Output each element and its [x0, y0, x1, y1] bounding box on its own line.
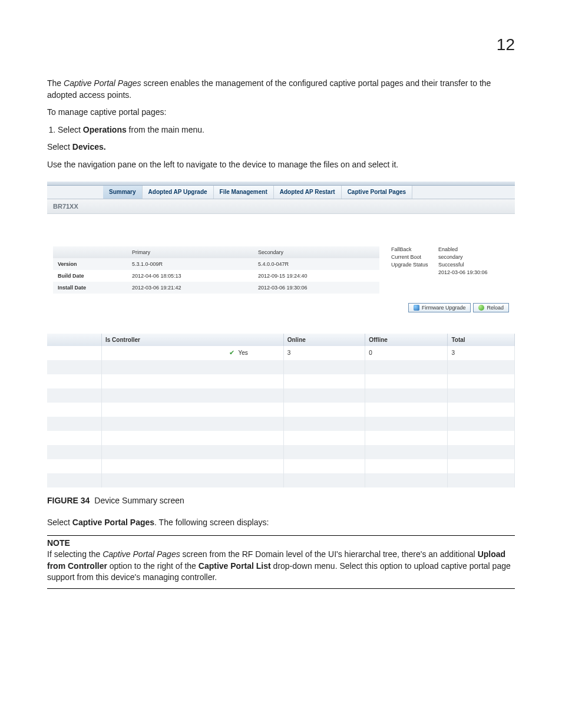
table-row: ✔ Yes 3 0 3 — [47, 346, 515, 360]
check-icon: ✔ — [229, 349, 234, 357]
captive-portal-pages-term: Captive Portal Pages — [103, 549, 180, 559]
table-row — [47, 360, 515, 374]
window-titlebar — [47, 182, 515, 186]
table-row — [47, 403, 515, 417]
upgrade-icon — [414, 305, 419, 311]
tab-adopted-ap-restart[interactable]: Adopted AP Restart — [274, 186, 342, 199]
text: from the main menu. — [127, 125, 204, 134]
table-row — [47, 473, 515, 487]
summary-mid-section: Primary Secondary Version 5.3.1.0-009R 5… — [47, 214, 515, 299]
devices-term: Devices. — [72, 142, 106, 151]
status-value: Enabled — [438, 246, 458, 252]
firmware-upgrade-button[interactable]: Firmware Upgrade — [408, 303, 471, 312]
secondary-build-date: 2012-09-15 19:24:40 — [253, 270, 379, 282]
table-row — [47, 445, 515, 459]
row-label-build-date: Build Date — [53, 270, 127, 282]
status-label: FallBack — [391, 246, 438, 252]
grid-cell-online: 3 — [283, 346, 365, 360]
text: Select — [58, 125, 83, 134]
status-row-upgrade-status: Upgrade Status Successful — [391, 262, 509, 268]
version-table-corner — [53, 246, 127, 258]
intro-paragraph-2: To manage captive portal pages: — [47, 107, 515, 118]
page-number: 12 — [47, 35, 515, 54]
tab-summary[interactable]: Summary — [103, 186, 143, 199]
text: Select — [47, 518, 72, 527]
controller-grid: Is Controller Online Offline Total ✔ Yes… — [47, 334, 515, 487]
captive-portal-list-term: Captive Portal List — [199, 561, 271, 571]
row-label-version: Version — [53, 258, 127, 270]
text: screen from the RF Domain level of the U… — [180, 549, 478, 559]
device-summary-screenshot: Summary Adopted AP Upgrade File Manageme… — [47, 182, 515, 487]
status-value: Successful — [438, 262, 464, 268]
text: option to the right of the — [107, 561, 199, 571]
tab-adopted-ap-upgrade[interactable]: Adopted AP Upgrade — [143, 186, 214, 199]
status-panel: FallBack Enabled Current Boot secondary … — [391, 246, 509, 277]
table-row: Build Date 2012-04-06 18:05:13 2012-09-1… — [53, 270, 379, 282]
is-controller-value: Yes — [238, 350, 247, 356]
status-label: Upgrade Status — [391, 262, 438, 268]
tab-bar: Summary Adopted AP Upgrade File Manageme… — [47, 186, 515, 199]
status-value: 2012-03-06 19:30:06 — [438, 269, 488, 275]
grid-header-offline: Offline — [365, 334, 448, 346]
status-row-current-boot: Current Boot secondary — [391, 254, 509, 260]
table-row — [47, 417, 515, 431]
button-label: Reload — [487, 305, 504, 311]
tab-file-management[interactable]: File Management — [214, 186, 274, 199]
primary-install-date: 2012-03-06 19:21:42 — [127, 282, 253, 294]
status-row-upgrade-timestamp: 2012-03-06 19:30:06 — [391, 269, 509, 275]
figure-label: FIGURE 34 — [47, 496, 90, 505]
grid-header-total: Total — [448, 334, 515, 346]
note-block: NOTE If selecting the Captive Portal Pag… — [47, 535, 515, 589]
table-row: Install Date 2012-03-06 19:21:42 2012-03… — [53, 282, 379, 294]
version-table: Primary Secondary Version 5.3.1.0-009R 5… — [53, 246, 379, 294]
text: Select — [47, 142, 72, 151]
note-body: If selecting the Captive Portal Pages sc… — [47, 549, 515, 584]
text: If selecting the — [47, 549, 103, 559]
grid-cell-total: 3 — [448, 346, 515, 360]
intro-paragraph-1: The Captive Portal Pages screen enables … — [47, 78, 515, 101]
step-1: Select Operations from the main menu. — [58, 124, 515, 136]
table-row: Version 5.3.1.0-009R 5.4.0.0-047R — [53, 258, 379, 270]
tab-spacer — [47, 186, 103, 199]
table-row — [47, 431, 515, 445]
reload-button[interactable]: Reload — [473, 303, 509, 312]
text: . The following screen displays: — [154, 518, 269, 527]
text: The — [47, 78, 64, 88]
grid-cell-is-controller: ✔ Yes — [102, 346, 284, 360]
table-row — [47, 459, 515, 473]
grid-cell-empty — [47, 346, 102, 360]
tab-captive-portal-pages[interactable]: Captive Portal Pages — [342, 186, 412, 199]
figure-title: Device Summary screen — [94, 496, 184, 505]
grid-header-is-controller: Is Controller — [102, 334, 284, 346]
captive-portal-pages-term: Captive Portal Pages — [64, 78, 141, 88]
primary-build-date: 2012-04-06 18:05:13 — [127, 270, 253, 282]
secondary-version: 5.4.0.0-047R — [253, 258, 379, 270]
button-label: Firmware Upgrade — [422, 305, 466, 311]
operations-term: Operations — [83, 125, 127, 134]
steps-list: Select Operations from the main menu. — [47, 124, 515, 136]
grid-cell-offline: 0 — [365, 346, 448, 360]
table-row — [47, 374, 515, 388]
status-label — [391, 269, 438, 275]
primary-version: 5.3.1.0-009R — [127, 258, 253, 270]
reload-icon — [478, 305, 484, 311]
device-id-bar: BR71XX — [47, 199, 515, 214]
status-value: secondary — [438, 254, 463, 260]
status-label: Current Boot — [391, 254, 438, 260]
version-header-primary: Primary — [127, 246, 253, 258]
action-buttons-row: Firmware Upgrade Reload — [47, 299, 515, 324]
row-label-install-date: Install Date — [53, 282, 127, 294]
post-figure-instruction: Select Captive Portal Pages. The followi… — [47, 517, 515, 529]
secondary-install-date: 2012-03-06 19:30:06 — [253, 282, 379, 294]
note-title: NOTE — [47, 538, 515, 548]
captive-portal-pages-bold: Captive Portal Pages — [72, 518, 154, 527]
status-row-fallback: FallBack Enabled — [391, 246, 509, 252]
figure-caption: FIGURE 34Device Summary screen — [47, 496, 515, 505]
table-row — [47, 388, 515, 403]
grid-header-online: Online — [283, 334, 365, 346]
grid-header-empty — [47, 334, 102, 346]
version-header-secondary: Secondary — [253, 246, 379, 258]
select-devices-line: Select Devices. — [47, 141, 515, 153]
nav-instruction: Use the navigation pane on the left to n… — [47, 159, 515, 171]
